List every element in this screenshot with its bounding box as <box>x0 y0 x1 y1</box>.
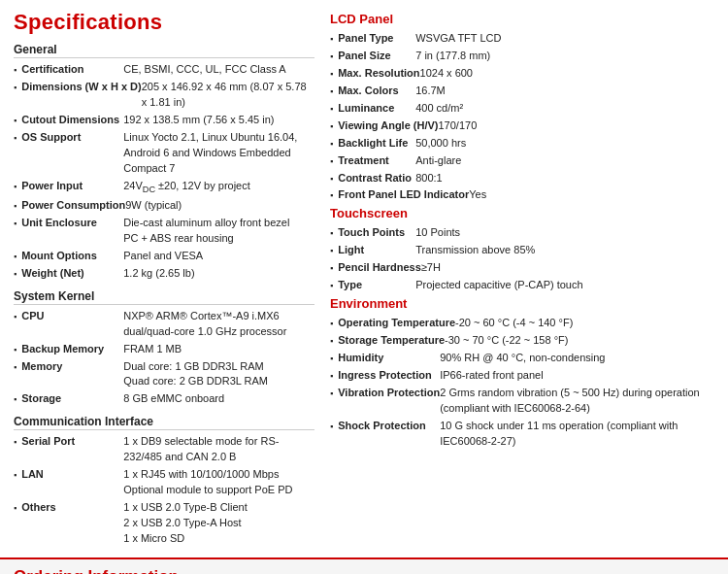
item-value: 170/170 <box>439 118 715 134</box>
item-label: Storage <box>21 391 123 407</box>
item-value: 205 x 146.92 x 46 mm (8.07 x 5.78 x 1.81… <box>142 80 314 111</box>
list-item: Storage 8 GB eMMC onboard <box>14 390 314 408</box>
item-label: Dimensions (W x H x D) <box>21 80 141 95</box>
list-item: Shock Protection 10 G shock under 11 ms … <box>330 418 714 451</box>
list-item: Mount Options Panel and VESA <box>14 248 314 265</box>
environment-list: Operating Temperature -20 ~ 60 °C (-4 ~ … <box>330 315 714 451</box>
item-value: Linux Yocto 2.1, Linux Ubuntu 16.04, And… <box>123 130 314 177</box>
list-item: Memory Dual core: 1 GB DDR3L RAMQuad cor… <box>14 358 314 391</box>
item-label: Operating Temperature <box>338 316 455 331</box>
item-value: ≥7H <box>421 260 714 276</box>
page-wrapper: Specifications General Certification CE,… <box>0 0 728 574</box>
item-label: Cutout Dimensions <box>21 113 123 128</box>
item-value: 1 x DB9 selectable mode for RS-232/485 a… <box>123 434 314 465</box>
list-item: Storage Temperature -30 ~ 70 °C (-22 ~ 1… <box>330 332 714 350</box>
lcd-panel-heading: LCD Panel <box>330 12 714 26</box>
ordering-section: Ordering Information TPC-71W-N10PA 7" To… <box>0 557 728 574</box>
list-item: Power Input 24VDC ±20, 12V by project <box>14 178 314 197</box>
item-value: 50,000 hrs <box>415 136 714 152</box>
list-item: Cutout Dimensions 192 x 138.5 mm (7.56 x… <box>14 112 314 129</box>
item-value: 9W (typical) <box>125 198 314 214</box>
item-label: Max. Resolution <box>338 66 419 82</box>
list-item: Backlight Life 50,000 hrs <box>330 135 714 152</box>
touchscreen-list: Touch Points 10 Points Light Transmissio… <box>330 224 714 294</box>
item-value: 7 in (177.8 mm) <box>415 49 714 64</box>
communication-heading: Communication Interface <box>14 415 314 430</box>
item-label: Power Consumption <box>21 198 125 214</box>
item-label: Unit Enclosure <box>21 216 123 231</box>
item-value: 90% RH @ 40 °C, non-condensing <box>440 351 714 366</box>
system-kernel-list: CPU NXP® ARM® Cortex™-A9 i.MX6 dual/quad… <box>14 308 314 409</box>
item-value: Yes <box>469 187 714 203</box>
list-item: Humidity 90% RH @ 40 °C, non-condensing <box>330 350 714 367</box>
item-label: Max. Colors <box>338 84 415 99</box>
list-item: Max. Resolution 1024 x 600 <box>330 65 714 83</box>
item-value: 192 x 138.5 mm (7.56 x 5.45 in) <box>123 113 314 128</box>
item-label: Type <box>338 278 415 293</box>
environment-heading: Environment <box>330 296 714 311</box>
item-label: Touch Points <box>338 225 415 241</box>
list-item: Treatment Anti-glare <box>330 152 714 170</box>
ordering-heading: Ordering Information <box>14 567 714 574</box>
item-value: CE, BSMI, CCC, UL, FCC Class A <box>123 62 314 78</box>
item-value: 2 Grms random vibration (5 ~ 500 Hz) dur… <box>440 386 714 417</box>
item-label: Backup Memory <box>21 342 123 357</box>
item-label: Backlight Life <box>338 136 415 152</box>
item-label: OS Support <box>21 130 123 146</box>
general-list: Certification CE, BSMI, CCC, UL, FCC Cla… <box>14 61 314 283</box>
item-label: Memory <box>21 359 123 375</box>
item-value: Projected capacitive (P-CAP) touch <box>415 278 714 293</box>
list-item: Type Projected capacitive (P-CAP) touch <box>330 277 714 294</box>
item-label: Shock Protection <box>338 419 440 434</box>
main-content: Specifications General Certification CE,… <box>0 0 728 554</box>
item-value: 1 x USB 2.0 Type-B Client2 x USB 2.0 Typ… <box>123 500 314 547</box>
list-item: Serial Port 1 x DB9 selectable mode for … <box>14 433 314 466</box>
list-item: Viewing Angle (H/V) 170/170 <box>330 118 714 135</box>
system-kernel-heading: System Kernel <box>14 289 314 305</box>
list-item: Power Consumption 9W (typical) <box>14 197 314 215</box>
list-item: Front Panel LED Indicator Yes <box>330 186 714 204</box>
item-label: Storage Temperature <box>338 333 445 349</box>
list-item: Pencil Hardness ≥7H <box>330 259 714 277</box>
item-label: LAN <box>21 467 123 483</box>
item-label: Mount Options <box>21 249 123 264</box>
list-item: Ingress Protection IP66-rated front pane… <box>330 367 714 385</box>
item-value: 24VDC ±20, 12V by project <box>123 179 314 196</box>
left-column: Specifications General Certification CE,… <box>14 10 314 548</box>
item-value: Anti-glare <box>415 153 714 169</box>
item-label: Front Panel LED Indicator <box>338 187 469 203</box>
item-label: Contrast Ratio <box>338 171 415 186</box>
item-value: WSVGA TFT LCD <box>415 31 714 47</box>
item-label: Treatment <box>338 153 415 169</box>
item-value: 800:1 <box>415 171 714 186</box>
list-item: Vibration Protection 2 Grms random vibra… <box>330 385 714 418</box>
item-label: Light <box>338 243 415 258</box>
item-label: Serial Port <box>21 434 123 450</box>
lcd-panel-list: Panel Type WSVGA TFT LCD Panel Size 7 in… <box>330 30 714 204</box>
list-item: Backup Memory FRAM 1 MB <box>14 341 314 358</box>
list-item: Max. Colors 16.7M <box>330 83 714 100</box>
item-label: Pencil Hardness <box>338 260 421 276</box>
list-item: Touch Points 10 Points <box>330 224 714 242</box>
item-label: Ingress Protection <box>338 368 440 384</box>
item-label: Humidity <box>338 351 440 366</box>
list-item: OS Support Linux Yocto 2.1, Linux Ubuntu… <box>14 129 314 178</box>
item-value: 1.2 kg (2.65 lb) <box>123 266 314 282</box>
list-item: Contrast Ratio 800:1 <box>330 170 714 187</box>
item-value: 1 x RJ45 with 10/100/1000 MbpsOptional m… <box>123 467 314 498</box>
item-label: Panel Size <box>338 49 415 64</box>
item-label: Weight (Net) <box>21 266 123 282</box>
item-value: Transmission above 85% <box>415 243 714 258</box>
item-value: 8 GB eMMC onboard <box>123 391 314 407</box>
item-value: 16.7M <box>415 84 714 99</box>
item-label: Certification <box>21 62 123 78</box>
item-label: Others <box>21 500 123 516</box>
item-label: Panel Type <box>338 31 415 47</box>
touchscreen-heading: Touchscreen <box>330 206 714 220</box>
item-value: -30 ~ 70 °C (-22 ~ 158 °F) <box>445 333 714 349</box>
item-label: Viewing Angle (H/V) <box>338 118 438 134</box>
list-item: LAN 1 x RJ45 with 10/100/1000 MbpsOption… <box>14 466 314 499</box>
general-heading: General <box>14 43 314 58</box>
list-item: Weight (Net) 1.2 kg (2.65 lb) <box>14 265 314 283</box>
list-item: Light Transmission above 85% <box>330 242 714 259</box>
